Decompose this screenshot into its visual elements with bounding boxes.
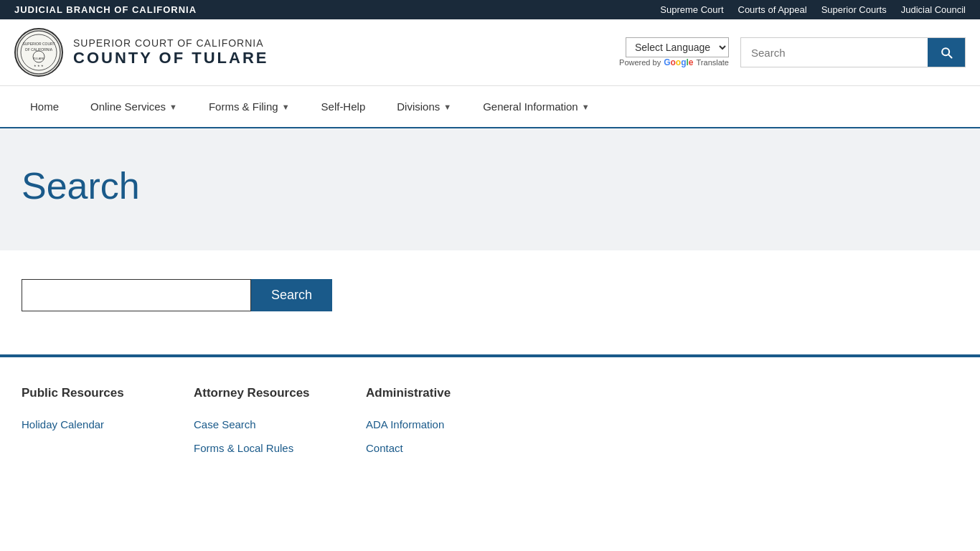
chevron-down-icon: ▼ xyxy=(282,103,290,111)
translate-powered: Powered by Google Translate xyxy=(619,57,729,67)
court-title: COUNTY OF TULARE xyxy=(73,49,268,67)
svg-text:SUPERIOR COURT: SUPERIOR COURT xyxy=(22,42,55,46)
main-nav: Home Online Services ▼ Forms & Filing ▼ … xyxy=(0,86,980,128)
court-subtitle: SUPERIOR COURT OF CALIFORNIA xyxy=(73,37,268,49)
footer-link-forms-local-rules[interactable]: Forms & Local Rules xyxy=(194,438,323,458)
top-bar-link-superior[interactable]: Superior Courts xyxy=(821,4,887,15)
footer-link-case-search[interactable]: Case Search xyxy=(194,415,323,434)
header: SUPERIOR COURT OF CALIFORNIA TULARE ★ ★ … xyxy=(0,19,980,86)
footer-link-holiday-calendar[interactable]: Holiday Calendar xyxy=(22,415,151,434)
google-logo: Google xyxy=(664,57,693,67)
svg-text:TULARE: TULARE xyxy=(33,57,44,60)
footer: Public Resources Holiday Calendar Attorn… xyxy=(0,357,980,479)
search-button[interactable]: Search xyxy=(251,279,332,311)
footer-link-contact[interactable]: Contact xyxy=(366,438,495,458)
svg-text:★ ★ ★: ★ ★ ★ xyxy=(34,64,44,67)
footer-public-resources: Public Resources Holiday Calendar xyxy=(22,386,151,458)
chevron-down-icon: ▼ xyxy=(443,103,451,111)
language-select[interactable]: Select Language xyxy=(626,37,729,57)
top-bar-link-appeal[interactable]: Courts of Appeal xyxy=(738,4,807,15)
header-search-input[interactable] xyxy=(741,38,928,67)
logo-text: SUPERIOR COURT OF CALIFORNIA COUNTY OF T… xyxy=(73,37,268,67)
footer-administrative: Administrative ADA Information Contact xyxy=(366,386,495,458)
nav-divisions[interactable]: Divisions ▼ xyxy=(381,86,467,127)
search-form: Search xyxy=(22,279,958,311)
top-bar-link-council[interactable]: Judicial Council xyxy=(901,4,966,15)
footer-link-ada[interactable]: ADA Information xyxy=(366,415,495,434)
header-right: Select Language Powered by Google Transl… xyxy=(619,37,966,67)
footer-col-title-admin: Administrative xyxy=(366,386,495,400)
page-title: Search xyxy=(22,164,958,207)
footer-attorney-resources: Attorney Resources Case Search Forms & L… xyxy=(194,386,323,458)
top-bar: JUDICIAL BRANCH OF CALIFORNIA Supreme Co… xyxy=(0,0,980,19)
top-bar-links: Supreme Court Courts of Appeal Superior … xyxy=(660,4,966,15)
page-title-area: Search xyxy=(0,128,980,250)
top-bar-brand: JUDICIAL BRANCH OF CALIFORNIA xyxy=(14,4,197,15)
nav-self-help[interactable]: Self-Help xyxy=(306,86,382,127)
search-section: Search xyxy=(0,250,980,354)
chevron-down-icon: ▼ xyxy=(169,103,177,111)
header-search-box xyxy=(740,37,966,67)
nav-home[interactable]: Home xyxy=(14,86,75,127)
nav-forms-filing[interactable]: Forms & Filing ▼ xyxy=(193,86,306,127)
header-search-button[interactable] xyxy=(928,38,965,67)
nav-general-info[interactable]: General Information ▼ xyxy=(467,86,605,127)
top-bar-link-supreme[interactable]: Supreme Court xyxy=(660,4,723,15)
svg-point-0 xyxy=(17,31,60,74)
nav-online-services[interactable]: Online Services ▼ xyxy=(75,86,193,127)
chevron-down-icon: ▼ xyxy=(582,103,590,111)
header-logo: SUPERIOR COURT OF CALIFORNIA TULARE ★ ★ … xyxy=(14,28,268,77)
footer-col-title-public: Public Resources xyxy=(22,386,151,400)
translate-widget: Select Language Powered by Google Transl… xyxy=(619,37,729,67)
search-input[interactable] xyxy=(22,279,251,311)
court-seal: SUPERIOR COURT OF CALIFORNIA TULARE ★ ★ … xyxy=(14,28,63,77)
footer-col-title-attorney: Attorney Resources xyxy=(194,386,323,400)
